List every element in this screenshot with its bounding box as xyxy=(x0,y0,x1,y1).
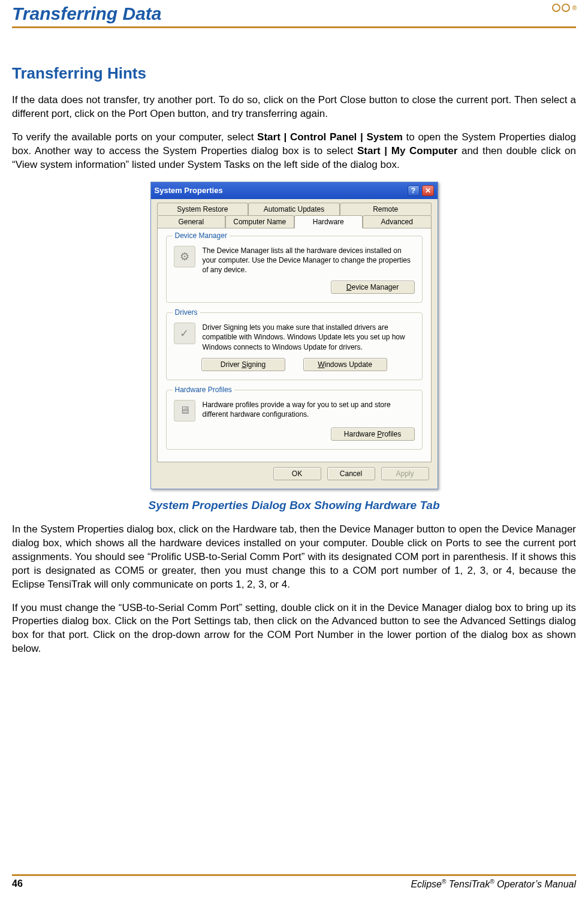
page-footer: 46 Eclipse® TensiTrak® Operator’s Manual xyxy=(12,874,576,890)
dialog-titlebar: System Properties ? ✕ xyxy=(151,182,438,199)
paragraph-4: If you must change the “USB-to-Serial Co… xyxy=(12,601,576,657)
section-heading: Transferring Hints xyxy=(12,64,576,83)
hardware-profiles-desc: Hardware profiles provide a way for you … xyxy=(203,400,415,419)
manual-title: Eclipse® TensiTrak® Operator’s Manual xyxy=(411,878,576,890)
group-device-manager: Device Manager ⚙ The Device Manager list… xyxy=(166,236,423,303)
group-title-drivers: Drivers xyxy=(173,308,200,317)
reg-2: ® xyxy=(490,878,494,885)
tab-hardware[interactable]: Hardware xyxy=(294,215,363,228)
p2-part-a: To verify the available ports on your co… xyxy=(12,131,257,143)
manual-part-c: Operator’s Manual xyxy=(494,879,576,889)
tab-system-restore[interactable]: System Restore xyxy=(157,203,249,215)
close-button[interactable]: ✕ xyxy=(422,185,434,196)
paragraph-2: To verify the available ports on your co… xyxy=(12,131,576,172)
page-header-title: Transferring Data xyxy=(12,4,162,24)
cancel-button[interactable]: Cancel xyxy=(327,467,375,480)
tab-remote[interactable]: Remote xyxy=(340,203,432,215)
hardware-profiles-icon: 🖥 xyxy=(174,400,195,422)
brand-logo: ® xyxy=(552,4,576,12)
windows-update-button[interactable]: Windows Update xyxy=(303,358,387,371)
hardware-profiles-button[interactable]: Hardware Profiles xyxy=(331,428,415,441)
group-drivers: Drivers ✓ Driver Signing lets you make s… xyxy=(166,312,423,380)
help-button[interactable]: ? xyxy=(408,185,420,196)
device-manager-icon: ⚙ xyxy=(174,246,195,267)
figure-caption: System Properties Dialog Box Showing Har… xyxy=(12,499,576,512)
paragraph-1: If the data does not transfer, try anoth… xyxy=(12,94,576,121)
system-properties-dialog: System Properties ? ✕ System Restore Aut… xyxy=(150,182,438,489)
tab-content-hardware: Device Manager ⚙ The Device Manager list… xyxy=(157,228,432,462)
logo-ring-left-icon xyxy=(552,4,560,12)
manual-part-a: Eclipse xyxy=(411,879,442,889)
paragraph-3: In the System Properties dialog box, cli… xyxy=(12,523,576,592)
logo-ring-right-icon xyxy=(562,4,570,12)
tab-automatic-updates[interactable]: Automatic Updates xyxy=(248,203,340,215)
group-hardware-profiles: Hardware Profiles 🖥 Hardware profiles pr… xyxy=(166,390,423,450)
group-title-hardware-profiles: Hardware Profiles xyxy=(173,386,234,394)
ok-button[interactable]: OK xyxy=(273,467,321,480)
manual-part-b: TensiTrak xyxy=(446,879,490,889)
tab-advanced[interactable]: Advanced xyxy=(363,215,432,228)
tab-computer-name[interactable]: Computer Name xyxy=(225,215,294,228)
drivers-desc: Driver Signing lets you make sure that i… xyxy=(203,323,415,352)
apply-button[interactable]: Apply xyxy=(381,467,429,480)
p2-bold-1: Start | Control Panel | System xyxy=(257,131,403,143)
tab-general[interactable]: General xyxy=(157,215,226,228)
group-title-device-manager: Device Manager xyxy=(173,231,230,240)
dialog-title: System Properties xyxy=(155,186,223,195)
device-manager-button[interactable]: Device Manager xyxy=(331,281,415,294)
driver-signing-button[interactable]: Driver Signing xyxy=(201,358,285,371)
p2-bold-2: Start | My Computer xyxy=(357,145,457,156)
drivers-icon: ✓ xyxy=(174,323,195,344)
page-number: 46 xyxy=(12,878,23,890)
device-manager-desc: The Device Manager lists all the hardwar… xyxy=(203,246,415,275)
header-divider xyxy=(12,26,576,28)
